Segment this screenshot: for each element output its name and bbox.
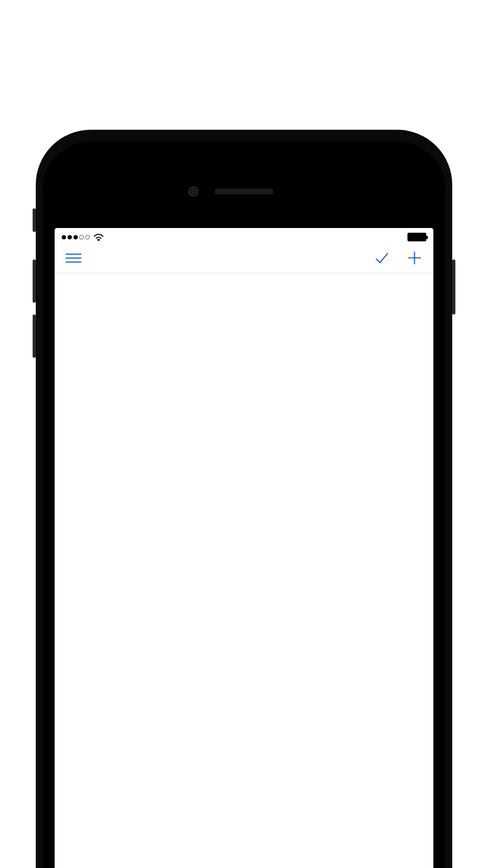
wifi-icon <box>93 233 105 241</box>
volume-up-button <box>33 259 36 303</box>
menu-icon[interactable] <box>66 254 81 263</box>
volume-down-button <box>33 314 36 358</box>
mute-switch <box>33 208 36 232</box>
promo-text <box>0 0 488 35</box>
status-bar <box>55 228 433 245</box>
battery-icon <box>407 233 426 241</box>
power-button <box>452 259 455 314</box>
phone-speaker <box>215 189 273 194</box>
phone-frame <box>36 130 452 868</box>
signal-strength-icon <box>62 235 90 239</box>
phone-camera <box>188 186 198 197</box>
svg-point-0 <box>98 239 99 241</box>
select-button[interactable] <box>374 250 389 266</box>
nav-bar <box>55 245 433 273</box>
add-button[interactable] <box>407 250 422 266</box>
screen <box>55 228 433 868</box>
